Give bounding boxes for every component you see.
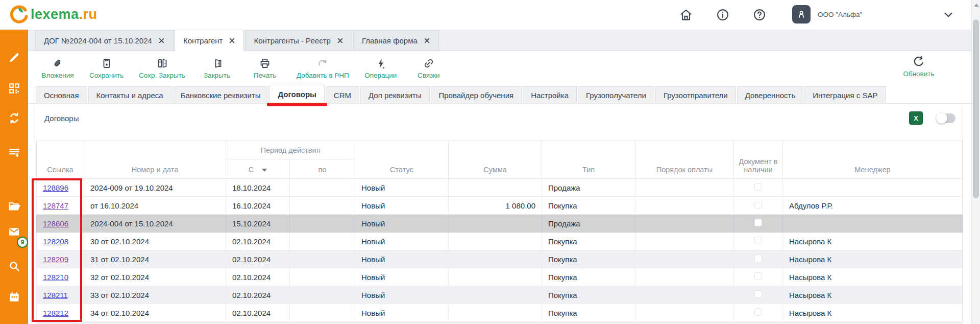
contract-link[interactable]: 128209	[43, 255, 68, 264]
cell-doc-available	[734, 215, 783, 233]
close-tab-icon[interactable]	[229, 37, 235, 44]
sync-icon	[8, 111, 21, 125]
tab-dop-rekvizity[interactable]: Доп реквизиты	[360, 86, 429, 103]
sort-desc-icon[interactable]	[262, 169, 267, 172]
tab-osnovnaya[interactable]: Основная	[36, 86, 87, 103]
document-tab[interactable]: Контрагент	[175, 30, 244, 51]
tab-gruzootpraviteli[interactable]: Грузоотправители	[655, 86, 736, 103]
tab-doverennost[interactable]: Доверенность	[737, 86, 804, 103]
doc-available-checkbox[interactable]	[754, 219, 762, 226]
sidebar-item-search[interactable]	[0, 259, 28, 274]
col-header-date-from[interactable]: С	[226, 159, 290, 179]
home-icon[interactable]	[679, 8, 693, 22]
document-tab[interactable]: Главная форма	[353, 30, 439, 51]
col-header-status[interactable]: Статус	[355, 141, 449, 179]
cell-number: 30 от 02.10.2024	[84, 233, 226, 250]
table-row[interactable]: 128896 2024-009 от 19.10.2024 18.10.2024…	[37, 179, 963, 197]
scrollbar-thumb[interactable]	[973, 19, 979, 198]
cell-amount	[449, 179, 542, 197]
contract-link[interactable]: 128210	[43, 273, 68, 282]
table-row[interactable]: 128212 34 от 02.10.2024 02.10.2024 Новый…	[37, 304, 963, 322]
doc-available-checkbox[interactable]	[754, 237, 762, 244]
save-close-button[interactable]: Сохр. Закрыть	[139, 57, 185, 79]
account-widget[interactable]: ООО "Альфа"	[792, 5, 862, 24]
scroll-up-icon[interactable]	[974, 4, 979, 7]
edit-mode-toggle[interactable]	[936, 113, 955, 123]
col-header-amount[interactable]: Сумма	[449, 141, 542, 179]
links-button[interactable]: Связки	[412, 57, 445, 79]
print-button[interactable]: Печать	[249, 57, 281, 79]
tab-provayder-obucheniya[interactable]: Провайдер обучения	[431, 86, 522, 103]
doc-available-checkbox[interactable]	[754, 308, 762, 316]
col-header-number[interactable]: Номер и дата	[84, 141, 226, 179]
tab-kontakty-i-adresa[interactable]: Контакты и адреса	[88, 86, 172, 103]
close-button[interactable]: Закрыть	[201, 57, 233, 79]
contract-link[interactable]: 128896	[43, 183, 68, 192]
close-tab-icon[interactable]	[337, 37, 344, 44]
tab-nastroyka[interactable]: Настройка	[523, 86, 577, 103]
col-header-type[interactable]: Тип	[542, 141, 635, 179]
tab-crm[interactable]: CRM	[326, 86, 359, 103]
user-avatar-icon[interactable]	[792, 5, 811, 24]
attachments-button[interactable]: Вложения	[41, 57, 74, 79]
col-header-date-to[interactable]: по	[290, 159, 355, 179]
excel-export-button[interactable]: X	[909, 111, 923, 125]
contract-link[interactable]: 128212	[43, 309, 68, 317]
cell-amount: 1 080.00	[449, 197, 542, 215]
contract-link[interactable]: 128211	[43, 291, 68, 299]
logo[interactable]: lexema.ru	[8, 4, 97, 25]
tab-gruzopoluchateli[interactable]: Грузополучатели	[578, 86, 654, 103]
chevron-down-icon[interactable]	[942, 8, 955, 21]
document-tab[interactable]: Контрагенты - Реестр	[245, 30, 352, 51]
table-row[interactable]: 128211 33 от 02.10.2024 02.10.2024 Новый…	[37, 286, 963, 304]
contract-link[interactable]: 128747	[43, 201, 68, 210]
logo-icon	[8, 4, 30, 25]
cell-manager: Насырова К	[783, 304, 963, 322]
col-header-payment[interactable]: Порядок оплаты	[635, 141, 734, 179]
table-row[interactable]: 128209 31 от 02.10.2024 02.10.2024 Новый…	[37, 250, 963, 268]
table-row[interactable]: 128208 30 от 02.10.2024 02.10.2024 Новый…	[37, 233, 963, 250]
sidebar-item-tasks[interactable]	[0, 145, 28, 160]
doc-available-checkbox[interactable]	[754, 272, 762, 280]
operations-button[interactable]: Операции	[364, 57, 397, 79]
document-tab-label: Контрагент	[183, 36, 223, 45]
vertical-scrollbar[interactable]	[971, 0, 980, 324]
sidebar-item-calendar[interactable]	[0, 289, 28, 305]
folder-open-icon	[7, 199, 21, 213]
sidebar-item-edit[interactable]	[0, 50, 28, 65]
contract-link[interactable]: 128606	[43, 219, 68, 228]
doc-available-checkbox[interactable]	[754, 201, 762, 209]
refresh-button[interactable]: Обновить	[902, 55, 935, 78]
close-tab-icon[interactable]	[424, 37, 430, 44]
cell-date-from: 02.10.2024	[226, 233, 290, 250]
cell-link: 128212	[37, 304, 84, 322]
table-row[interactable]: 128210 32 от 02.10.2024 02.10.2024 Новый…	[37, 268, 963, 286]
paperclip-icon	[52, 57, 64, 70]
sidebar-item-folder[interactable]	[0, 198, 28, 214]
doc-available-checkbox[interactable]	[754, 254, 762, 262]
col-header-link[interactable]: Ссылка	[37, 141, 84, 179]
info-icon[interactable]	[716, 8, 730, 22]
table-row[interactable]: 128606 2024-004 от 15.10.2024 15.10.2024…	[37, 215, 963, 233]
cell-manager: Насырова К	[783, 286, 963, 304]
doc-available-checkbox[interactable]	[754, 183, 762, 191]
col-header-manager[interactable]: Менеджер	[783, 141, 963, 179]
sidebar-item-sync[interactable]	[0, 110, 28, 126]
cell-amount	[449, 233, 542, 250]
table-row[interactable]: 128747 от 16.10.2024 16.10.2024 Новый 1 …	[37, 197, 963, 215]
sidebar-item-qr[interactable]	[0, 81, 28, 96]
form-tabs: ОсновнаяКонтакты и адресаБанковские рекв…	[28, 85, 980, 103]
close-tab-icon[interactable]	[158, 37, 165, 44]
mail-icon	[7, 225, 21, 239]
col-header-doc[interactable]: Документ в наличии	[734, 141, 783, 179]
help-icon[interactable]	[752, 8, 767, 22]
contract-link[interactable]: 128208	[43, 237, 68, 246]
document-tab[interactable]: ДОГ №2024-004 от 15.10.2024	[35, 30, 174, 51]
operations-label: Операции	[364, 72, 397, 79]
sidebar-item-mail[interactable]: 9	[0, 225, 28, 240]
tab-dogovory[interactable]: Договоры	[270, 85, 324, 103]
tab-bankovskie-rekvizity[interactable]: Банковские реквизиты	[173, 86, 269, 103]
save-button[interactable]: Сохранить	[89, 57, 124, 79]
tab-integratsiya-s-sap[interactable]: Интеграция с SAP	[804, 86, 886, 103]
doc-available-checkbox[interactable]	[754, 290, 762, 298]
